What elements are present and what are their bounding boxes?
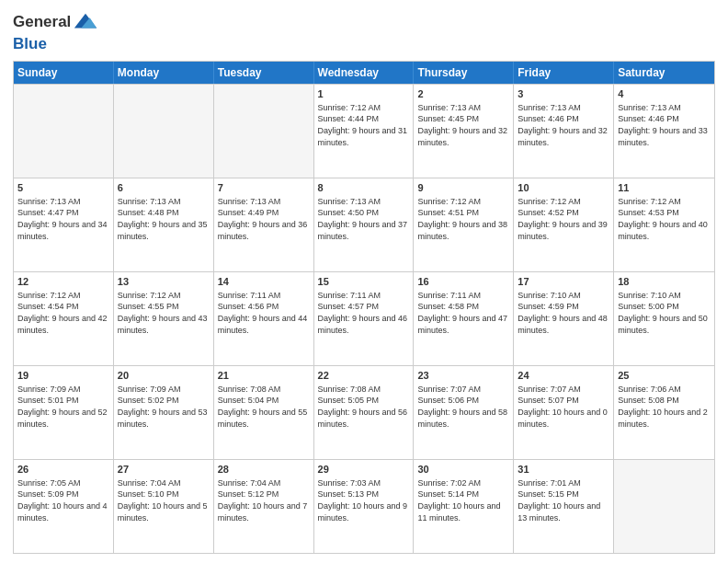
cell-info: Sunrise: 7:08 AM Sunset: 5:05 PM Dayligh… [318, 384, 410, 430]
cell-info: Sunrise: 7:12 AM Sunset: 4:52 PM Dayligh… [518, 196, 609, 242]
calendar-cell [614, 460, 714, 553]
cell-info: Sunrise: 7:13 AM Sunset: 4:45 PM Dayligh… [417, 102, 509, 148]
day-number: 5 [17, 181, 109, 195]
cell-info: Sunrise: 7:10 AM Sunset: 4:59 PM Dayligh… [518, 290, 609, 336]
cell-info: Sunrise: 7:11 AM Sunset: 4:57 PM Dayligh… [318, 290, 410, 336]
calendar-cell: 4Sunrise: 7:13 AM Sunset: 4:46 PM Daylig… [614, 85, 714, 178]
cell-info: Sunrise: 7:06 AM Sunset: 5:08 PM Dayligh… [618, 384, 711, 430]
cell-info: Sunrise: 7:12 AM Sunset: 4:54 PM Dayligh… [17, 290, 109, 336]
weekday-header: Friday [514, 62, 614, 84]
day-number: 25 [618, 369, 711, 383]
calendar-cell: 2Sunrise: 7:13 AM Sunset: 4:45 PM Daylig… [414, 85, 514, 178]
cell-info: Sunrise: 7:12 AM Sunset: 4:44 PM Dayligh… [318, 102, 410, 148]
calendar-cell: 30Sunrise: 7:02 AM Sunset: 5:14 PM Dayli… [414, 460, 514, 553]
weekday-header: Wednesday [314, 62, 415, 84]
calendar-cell: 16Sunrise: 7:11 AM Sunset: 4:58 PM Dayli… [414, 272, 514, 365]
calendar-cell: 18Sunrise: 7:10 AM Sunset: 5:00 PM Dayli… [614, 272, 714, 365]
weekday-header: Saturday [614, 62, 714, 84]
calendar-cell: 23Sunrise: 7:07 AM Sunset: 5:06 PM Dayli… [414, 366, 514, 459]
calendar-cell: 31Sunrise: 7:01 AM Sunset: 5:15 PM Dayli… [514, 460, 614, 553]
calendar-row: 5Sunrise: 7:13 AM Sunset: 4:47 PM Daylig… [14, 178, 714, 271]
logo: General Blue [13, 9, 98, 53]
day-number: 6 [118, 181, 210, 195]
calendar-cell [14, 85, 114, 178]
calendar-cell: 27Sunrise: 7:04 AM Sunset: 5:10 PM Dayli… [114, 460, 214, 553]
cell-info: Sunrise: 7:01 AM Sunset: 5:15 PM Dayligh… [518, 477, 609, 523]
day-number: 26 [17, 463, 109, 477]
weekday-header: Sunday [14, 62, 114, 84]
calendar-row: 26Sunrise: 7:05 AM Sunset: 5:09 PM Dayli… [14, 459, 714, 553]
calendar-cell: 19Sunrise: 7:09 AM Sunset: 5:01 PM Dayli… [14, 366, 114, 459]
cell-info: Sunrise: 7:03 AM Sunset: 5:13 PM Dayligh… [318, 477, 410, 523]
cell-info: Sunrise: 7:10 AM Sunset: 5:00 PM Dayligh… [618, 290, 711, 336]
day-number: 31 [518, 463, 609, 477]
day-number: 19 [17, 369, 109, 383]
calendar-row: 1Sunrise: 7:12 AM Sunset: 4:44 PM Daylig… [14, 84, 714, 178]
day-number: 12 [17, 275, 109, 289]
calendar-cell: 21Sunrise: 7:08 AM Sunset: 5:04 PM Dayli… [214, 366, 314, 459]
day-number: 9 [417, 181, 509, 195]
calendar-cell: 25Sunrise: 7:06 AM Sunset: 5:08 PM Dayli… [614, 366, 714, 459]
calendar-row: 12Sunrise: 7:12 AM Sunset: 4:54 PM Dayli… [14, 271, 714, 365]
cell-info: Sunrise: 7:04 AM Sunset: 5:10 PM Dayligh… [118, 477, 210, 523]
day-number: 2 [417, 87, 509, 101]
calendar-cell: 8Sunrise: 7:13 AM Sunset: 4:50 PM Daylig… [314, 178, 415, 271]
cell-info: Sunrise: 7:02 AM Sunset: 5:14 PM Dayligh… [417, 477, 509, 523]
calendar: SundayMondayTuesdayWednesdayThursdayFrid… [13, 61, 715, 554]
cell-info: Sunrise: 7:07 AM Sunset: 5:06 PM Dayligh… [417, 384, 509, 430]
day-number: 4 [618, 87, 711, 101]
calendar-body: 1Sunrise: 7:12 AM Sunset: 4:44 PM Daylig… [14, 84, 714, 553]
calendar-cell: 20Sunrise: 7:09 AM Sunset: 5:02 PM Dayli… [114, 366, 214, 459]
calendar-cell: 10Sunrise: 7:12 AM Sunset: 4:52 PM Dayli… [514, 178, 614, 271]
day-number: 15 [318, 275, 410, 289]
day-number: 1 [318, 87, 410, 101]
day-number: 18 [618, 275, 711, 289]
calendar-cell: 14Sunrise: 7:11 AM Sunset: 4:56 PM Dayli… [214, 272, 314, 365]
cell-info: Sunrise: 7:07 AM Sunset: 5:07 PM Dayligh… [518, 384, 609, 430]
cell-info: Sunrise: 7:05 AM Sunset: 5:09 PM Dayligh… [17, 477, 109, 523]
cell-info: Sunrise: 7:13 AM Sunset: 4:47 PM Dayligh… [17, 196, 109, 242]
cell-info: Sunrise: 7:04 AM Sunset: 5:12 PM Dayligh… [218, 477, 310, 523]
calendar-cell: 24Sunrise: 7:07 AM Sunset: 5:07 PM Dayli… [514, 366, 614, 459]
logo-general: General [13, 13, 71, 31]
calendar-cell: 11Sunrise: 7:12 AM Sunset: 4:53 PM Dayli… [614, 178, 714, 271]
weekday-header: Thursday [414, 62, 514, 84]
calendar-cell: 12Sunrise: 7:12 AM Sunset: 4:54 PM Dayli… [14, 272, 114, 365]
day-number: 13 [118, 275, 210, 289]
day-number: 7 [218, 181, 310, 195]
day-number: 24 [518, 369, 609, 383]
logo-blue: Blue [13, 35, 47, 52]
logo-icon [73, 9, 98, 35]
cell-info: Sunrise: 7:13 AM Sunset: 4:50 PM Dayligh… [318, 196, 410, 242]
calendar-cell: 5Sunrise: 7:13 AM Sunset: 4:47 PM Daylig… [14, 178, 114, 271]
day-number: 17 [518, 275, 609, 289]
day-number: 27 [118, 463, 210, 477]
calendar-cell: 15Sunrise: 7:11 AM Sunset: 4:57 PM Dayli… [314, 272, 415, 365]
cell-info: Sunrise: 7:08 AM Sunset: 5:04 PM Dayligh… [218, 384, 310, 430]
calendar-cell: 3Sunrise: 7:13 AM Sunset: 4:46 PM Daylig… [514, 85, 614, 178]
cell-info: Sunrise: 7:11 AM Sunset: 4:56 PM Dayligh… [218, 290, 310, 336]
day-number: 10 [518, 181, 609, 195]
day-number: 16 [417, 275, 509, 289]
day-number: 28 [218, 463, 310, 477]
day-number: 3 [518, 87, 609, 101]
cell-info: Sunrise: 7:09 AM Sunset: 5:02 PM Dayligh… [118, 384, 210, 430]
day-number: 20 [118, 369, 210, 383]
calendar-cell: 22Sunrise: 7:08 AM Sunset: 5:05 PM Dayli… [314, 366, 415, 459]
weekday-header: Tuesday [214, 62, 314, 84]
cell-info: Sunrise: 7:13 AM Sunset: 4:46 PM Dayligh… [618, 102, 711, 148]
calendar-cell: 6Sunrise: 7:13 AM Sunset: 4:48 PM Daylig… [114, 178, 214, 271]
cell-info: Sunrise: 7:13 AM Sunset: 4:48 PM Dayligh… [118, 196, 210, 242]
calendar-header: SundayMondayTuesdayWednesdayThursdayFrid… [14, 62, 714, 84]
weekday-header: Monday [114, 62, 214, 84]
day-number: 23 [417, 369, 509, 383]
day-number: 30 [417, 463, 509, 477]
calendar-cell: 17Sunrise: 7:10 AM Sunset: 4:59 PM Dayli… [514, 272, 614, 365]
cell-info: Sunrise: 7:13 AM Sunset: 4:46 PM Dayligh… [518, 102, 609, 148]
cell-info: Sunrise: 7:12 AM Sunset: 4:55 PM Dayligh… [118, 290, 210, 336]
cell-info: Sunrise: 7:12 AM Sunset: 4:53 PM Dayligh… [618, 196, 711, 242]
header: General Blue [13, 9, 715, 53]
calendar-page: General Blue SundayMondayTuesdayWednesda… [0, 0, 728, 563]
calendar-cell: 13Sunrise: 7:12 AM Sunset: 4:55 PM Dayli… [114, 272, 214, 365]
day-number: 14 [218, 275, 310, 289]
